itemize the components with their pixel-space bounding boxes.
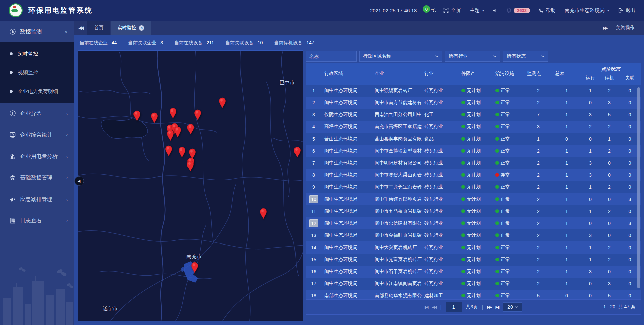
table-row[interactable]: 1 阆中生态环境局 阆中强锐页岩砖厂 砖瓦行业 无计划 正常 2 1 1 2 0 [306, 85, 641, 97]
cell-points: 1 [524, 136, 552, 142]
map-collapse-button[interactable]: ◀ [74, 176, 84, 186]
bullet-dot-icon [10, 71, 13, 74]
cell-running: 0 [581, 197, 600, 202]
map-marker-pin[interactable] [186, 160, 195, 172]
stat-label: 当前失联企业: [128, 40, 159, 45]
tab-home[interactable]: 首页 [87, 21, 110, 35]
chevron-down-icon [435, 55, 439, 58]
map-marker-pin[interactable] [190, 262, 199, 273]
cell-treatment-status: 正常 [501, 281, 510, 286]
theme-menu[interactable]: 主题▾ [470, 7, 484, 14]
notifications[interactable]: 2632 [506, 8, 530, 13]
sidebar-group-header[interactable]: 企业异常 ‹ [0, 103, 74, 124]
treatment-status-dot [495, 246, 499, 249]
page-number-input[interactable] [446, 302, 462, 312]
stat-item: 当前在线企业: 44 [79, 40, 117, 46]
table-row[interactable]: 8 阆中生态环境局 阆中市枣碧大梁山页岩 砖瓦行业 无计划 异常 2 1 3 0… [306, 169, 641, 181]
chevron-down-icon: ▾ [607, 9, 609, 12]
sidebar-group-header[interactable]: 企业综合统计 ‹ [0, 124, 74, 146]
sidebar-group-header[interactable]: 基础数据管理 ‹ [0, 167, 74, 188]
map-marker-pin[interactable] [193, 109, 202, 120]
treatment-status-dot [495, 161, 499, 165]
cell-stopped: 0 [600, 269, 619, 274]
cell-region: 阆中生态环境局 [322, 245, 372, 251]
cell-region: 阆中生态环境局 [322, 184, 372, 190]
sidebar-subitem[interactable]: 企业电力负荷明细 [0, 82, 74, 101]
sidebar-group-header[interactable]: 企业用电量分析 ‹ [0, 146, 74, 167]
cell-stopped: 0 [600, 160, 619, 166]
limit-status-dot [461, 173, 465, 177]
table-row[interactable]: 5 营山生态环境局 营山县润丰肉食品有限 食品 无计划 正常 1 0 0 1 0 [306, 133, 641, 145]
industry-select[interactable]: 所有行业 [445, 51, 500, 62]
last-page-button[interactable]: ▶▮ [495, 305, 499, 309]
table-row[interactable]: 13 阆中生态环境局 阆中市金福旺页岩机砖 砖瓦行业 无计划 正常 2 1 3 … [306, 229, 641, 241]
cell-company: 阆中市五马桥页岩机砖 [372, 208, 422, 214]
help-button[interactable]: 帮助 [539, 7, 556, 14]
next-page-button[interactable]: ▶▶ [487, 305, 492, 309]
cell-treatment-status: 正常 [501, 88, 510, 93]
map-marker-pin[interactable] [293, 146, 302, 158]
map-marker-pin[interactable] [259, 208, 268, 219]
chevron-icon: ∨ [64, 29, 68, 34]
first-page-button[interactable]: ▮◀ [424, 305, 428, 309]
limit-status-dot [461, 197, 465, 201]
cell-treatment-status: 正常 [501, 136, 510, 141]
map-marker-pin[interactable] [169, 107, 177, 119]
table-row[interactable]: 14 阆中生态环境局 阆中大兴页岩机砖厂 砖瓦行业 无计划 正常 2 1 1 2… [306, 241, 641, 254]
stats-bar: 当前在线企业: 44 当前失联企业: 3 当前在线设备: 211 当前失联设备:… [74, 35, 644, 50]
stat-item: 当前在线设备: 211 [174, 40, 214, 46]
status-select[interactable]: 所有状态 [503, 51, 548, 62]
table-row[interactable]: 4 高坪生态环境局 南充市高坪区王家店建 砖瓦行业 无计划 正常 3 1 2 2… [306, 121, 641, 133]
cell-region: 阆中生态环境局 [322, 148, 372, 154]
table-row[interactable]: 2 阆中生态环境局 阆中市南方节能建材有 砖瓦行业 无计划 正常 2 1 0 3… [306, 97, 641, 109]
table-row[interactable]: 10 阆中生态环境局 阆中千佛镇五郎垭页岩 砖瓦行业 无计划 正常 2 1 0 … [306, 193, 641, 205]
cell-meters: 1 [552, 209, 581, 214]
sidebar-subitem[interactable]: 视频监控 [0, 63, 74, 82]
tabs-scroll-right-button[interactable]: ▶▶ [603, 25, 607, 30]
stat-label: 当前在线企业: [79, 40, 110, 45]
chevron-icon: ‹ [66, 218, 68, 223]
map-marker-pin[interactable] [132, 110, 141, 121]
table-row[interactable]: 16 阆中生态环境局 阆中市石子页岩机砖厂 砖瓦行业 无计划 正常 2 1 3 … [306, 266, 641, 278]
map-marker-pin[interactable] [178, 146, 186, 158]
sidebar-group-header[interactable]: 日志查看 ‹ [0, 210, 74, 231]
sidebar-group-header[interactable]: 数据监测 ∨ [0, 21, 74, 42]
name-search-input[interactable] [306, 51, 357, 62]
logout-button[interactable]: 退出 [618, 7, 635, 14]
fullscreen-button[interactable]: 全屏 [443, 7, 461, 14]
map-panel[interactable]: 巴中市南充市遂宁市 ◀ [78, 50, 303, 321]
table-row[interactable]: 9 阆中生态环境局 阆中市二龙长宝页岩砖 砖瓦行业 无计划 正常 2 1 1 2… [306, 181, 641, 193]
treatment-status-dot [495, 149, 499, 153]
table-scrollbar[interactable] [637, 87, 640, 288]
treatment-status-dot [495, 173, 499, 177]
table-row[interactable]: 18 南部生态环境局 南部县砌华水泥有限公 建材加工 无计划 正常 5 0 0 … [306, 290, 641, 299]
sidebar-subitem[interactable]: 实时监控 [0, 44, 74, 63]
table-row[interactable]: 15 阆中生态环境局 阆中市光富页岩机砖厂 砖瓦行业 无计划 正常 2 1 1 … [306, 254, 641, 266]
map-marker-pin[interactable] [166, 129, 175, 141]
mute-button[interactable] [493, 8, 498, 13]
table-row[interactable]: 3 仪陇生态环境局 西南油气田分公司川中 化工 无计划 正常 7 1 3 5 0 [306, 109, 641, 121]
close-operations-button[interactable]: 关闭操作 [616, 25, 635, 31]
cell-industry: 砖瓦行业 [422, 269, 459, 275]
cell-points: 2 [524, 197, 552, 202]
sidebar-group-header[interactable]: 应急减排管理 ‹ [0, 188, 74, 210]
cell-treatment-status: 正常 [501, 232, 510, 238]
map-marker-pin[interactable] [150, 112, 159, 123]
map-marker-pin[interactable] [164, 145, 173, 156]
map-marker-pin[interactable] [186, 123, 195, 135]
table-row[interactable]: 6 阆中生态环境局 阆中市金博瑞新型墙材 砖瓦行业 无计划 正常 2 1 1 2… [306, 145, 641, 157]
org-menu[interactable]: 南充市生态环境局▾ [565, 7, 609, 14]
cell-company: 阆中市光富页岩机砖厂 [372, 257, 422, 263]
table-row[interactable]: 11 阆中生态环境局 阆中市五马桥页岩机砖 砖瓦行业 无计划 正常 2 1 1 … [306, 205, 641, 217]
table-row[interactable]: 12 阆中生态环境局 阆中市忠信建材有限公 砖瓦行业 无计划 正常 2 1 0 … [306, 217, 641, 229]
region-select[interactable]: 行政区域名称 [359, 51, 442, 62]
map-marker-pin[interactable] [218, 97, 227, 108]
table-row[interactable]: 7 阆中生态环境局 阆中明阳建材有限公司 砖瓦行业 无计划 正常 2 1 3 0… [306, 157, 641, 169]
tab-close-icon[interactable]: ✕ [139, 25, 144, 31]
prev-page-button[interactable]: ◀◀ [432, 305, 436, 309]
tab-realtime-monitor[interactable]: 实时监控 ✕ [111, 21, 151, 35]
cell-limit-status: 无计划 [467, 257, 481, 262]
table-row[interactable]: 17 阆中生态环境局 阆中市江南镇阆南页岩 砖瓦行业 无计划 正常 2 1 0 … [306, 278, 641, 290]
tabs-scroll-left-button[interactable]: ◀◀ [74, 21, 87, 35]
page-size-select[interactable]: 20 [503, 302, 522, 312]
